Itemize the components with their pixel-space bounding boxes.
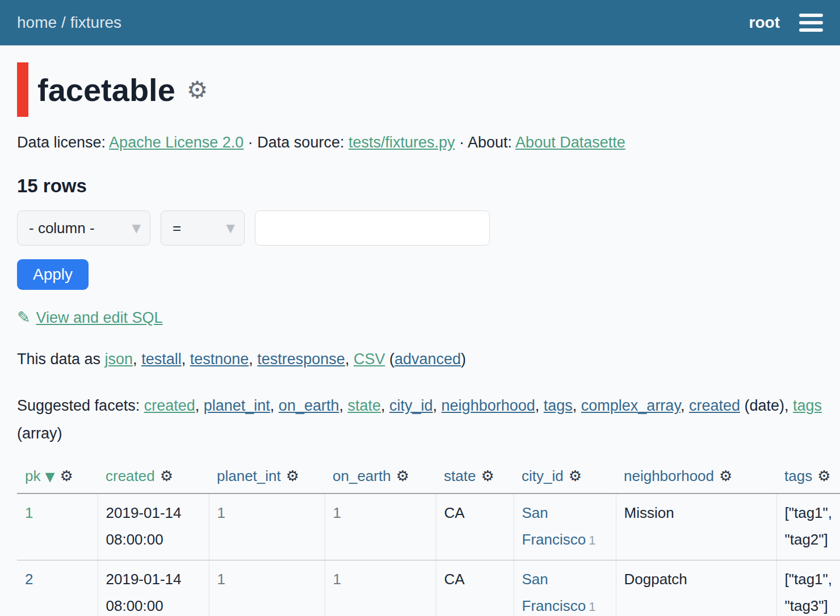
column-gear-icon[interactable]: ⚙ — [817, 467, 830, 484]
logged-in-user-label[interactable]: root — [749, 14, 780, 32]
column-header: pk▼⚙ — [17, 464, 98, 493]
column-gear-icon[interactable]: ⚙ — [481, 467, 494, 484]
column-header-link[interactable]: state — [444, 467, 476, 484]
column-header: city_id⚙ — [514, 464, 616, 493]
license-link[interactable]: Apache License 2.0 — [109, 134, 243, 151]
page-title: facetable — [37, 71, 175, 108]
column-header: tags⚙ — [776, 464, 840, 493]
hamburger-icon[interactable] — [799, 6, 823, 39]
filter-row: - column - ▼ = ▼ — [17, 210, 823, 246]
filter-column-select[interactable]: - column - ▼ — [17, 210, 150, 246]
facet-link[interactable]: complex_array — [581, 397, 681, 414]
facets-row: Suggested facets: created, planet_int, o… — [17, 392, 823, 447]
hamburger-bar — [799, 28, 823, 32]
facet-link[interactable]: city_id — [389, 397, 433, 414]
chevron-down-icon: ▼ — [226, 221, 235, 235]
city-id-count: 1 — [589, 533, 595, 547]
about-link[interactable]: About Datasette — [515, 134, 625, 151]
filter-operator-select-value: = — [173, 220, 181, 237]
facet-link[interactable]: on_earth — [279, 397, 339, 414]
apply-button[interactable]: Apply — [17, 259, 89, 290]
column-header: state⚙ — [436, 464, 514, 493]
filter-operator-select[interactable]: = ▼ — [161, 210, 245, 246]
facet-separator: , — [573, 397, 581, 414]
filter-column-select-value: - column - — [29, 220, 95, 237]
facet-link[interactable]: tags — [544, 397, 573, 414]
export-separator: ) — [461, 351, 466, 368]
export-separator: ( — [385, 351, 394, 368]
cell-planet-int: 1 — [209, 493, 325, 560]
view-edit-sql-link[interactable]: View and edit SQL — [36, 309, 162, 326]
column-gear-icon[interactable]: ⚙ — [719, 467, 732, 484]
cell-created: 2019-01-14 08:00:00 — [98, 493, 209, 560]
city-link[interactable]: San Francisco — [522, 571, 586, 614]
facet-link[interactable]: created — [144, 397, 195, 414]
column-header-link[interactable]: neighborhood — [624, 467, 714, 484]
breadcrumb: home/fixtures — [17, 14, 121, 32]
export-format-link[interactable]: testnone — [190, 351, 249, 368]
metadata-line: Data license: Apache License 2.0 · Data … — [17, 134, 823, 151]
export-format-link[interactable]: advanced — [394, 351, 461, 368]
column-gear-icon[interactable]: ⚙ — [60, 467, 73, 484]
export-links: json, testall, testnone, testresponse, C… — [105, 351, 466, 368]
cell-on-earth: 1 — [325, 493, 436, 560]
export-row: This data as json, testall, testnone, te… — [17, 351, 823, 368]
table-row: 1 2019-01-14 08:00:00 1 1 CA San Francis… — [17, 493, 840, 560]
column-header: on_earth⚙ — [325, 464, 436, 493]
column-header: neighborhood⚙ — [616, 464, 776, 493]
facet-separator: (array) — [17, 425, 62, 442]
filter-value-input[interactable] — [255, 210, 490, 246]
export-format-link[interactable]: CSV — [354, 351, 385, 368]
city-id-count: 1 — [589, 600, 595, 614]
topbar-right: root — [749, 6, 823, 39]
cell-neighborhood: Dogpatch — [616, 560, 776, 616]
row-pk-link[interactable]: 2 — [25, 571, 33, 588]
title-row: facetable ⚙ — [17, 62, 823, 117]
source-label: Data source: — [257, 134, 344, 151]
facet-link[interactable]: state — [347, 397, 381, 414]
source-link[interactable]: tests/fixtures.py — [348, 134, 455, 151]
cell-tags: ["tag1", "tag2"] — [776, 493, 840, 560]
column-gear-icon[interactable]: ⚙ — [396, 467, 409, 484]
export-separator: , — [345, 351, 354, 368]
export-format-link[interactable]: testall — [141, 351, 182, 368]
column-header-link[interactable]: tags — [784, 467, 812, 484]
column-header-link[interactable]: planet_int — [217, 467, 281, 484]
table-settings-gear-icon[interactable]: ⚙ — [187, 76, 208, 104]
export-format-link[interactable]: json — [105, 351, 133, 368]
cell-city-id: San Francisco1 — [514, 493, 616, 560]
results-table: pk▼⚙ created⚙ planet_int⚙ on_earth⚙ stat… — [17, 464, 840, 616]
breadcrumb-separator: / — [61, 14, 66, 31]
row-pk-link[interactable]: 1 — [25, 504, 33, 521]
breadcrumb-table-link[interactable]: fixtures — [70, 14, 121, 31]
facet-link[interactable]: planet_int — [204, 397, 270, 414]
row-count: 15 rows — [17, 175, 823, 197]
pencil-icon: ✎ — [17, 308, 30, 327]
facet-separator: , — [433, 397, 442, 414]
cell-state: CA — [436, 560, 514, 616]
chevron-down-icon: ▼ — [132, 221, 141, 235]
facet-link[interactable]: created — [689, 397, 740, 414]
cell-planet-int: 1 — [209, 560, 325, 616]
facet-separator: , — [535, 397, 544, 414]
column-gear-icon[interactable]: ⚙ — [160, 467, 173, 484]
column-gear-icon[interactable]: ⚙ — [569, 467, 582, 484]
column-header-link[interactable]: on_earth — [333, 467, 391, 484]
cell-pk: 2 — [17, 560, 98, 616]
table-container: pk▼⚙ created⚙ planet_int⚙ on_earth⚙ stat… — [17, 464, 840, 616]
topbar: home/fixtures root — [0, 0, 840, 45]
column-header-link[interactable]: pk — [25, 467, 40, 484]
export-separator: , — [133, 351, 141, 368]
city-link[interactable]: San Francisco — [522, 504, 586, 548]
sql-row: ✎View and edit SQL — [17, 308, 823, 327]
header-row: pk▼⚙ created⚙ planet_int⚙ on_earth⚙ stat… — [17, 464, 840, 493]
column-header-link[interactable]: city_id — [522, 467, 564, 484]
facet-link[interactable]: neighborhood — [442, 397, 535, 414]
breadcrumb-home-link[interactable]: home — [17, 14, 57, 31]
column-header: planet_int⚙ — [209, 464, 325, 493]
column-gear-icon[interactable]: ⚙ — [286, 467, 299, 484]
export-format-link[interactable]: testresponse — [257, 351, 345, 368]
cell-tags: ["tag1", "tag3"] — [776, 560, 840, 616]
facet-link[interactable]: tags — [793, 397, 822, 414]
column-header-link[interactable]: created — [106, 467, 155, 484]
